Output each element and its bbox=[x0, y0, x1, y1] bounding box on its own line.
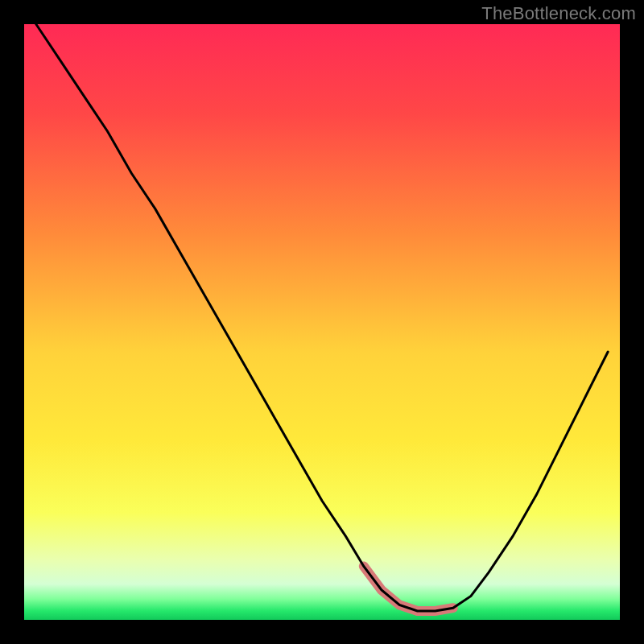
gradient-background bbox=[24, 24, 620, 620]
bottleneck-chart bbox=[0, 0, 644, 644]
chart-frame: TheBottleneck.com bbox=[0, 0, 644, 644]
